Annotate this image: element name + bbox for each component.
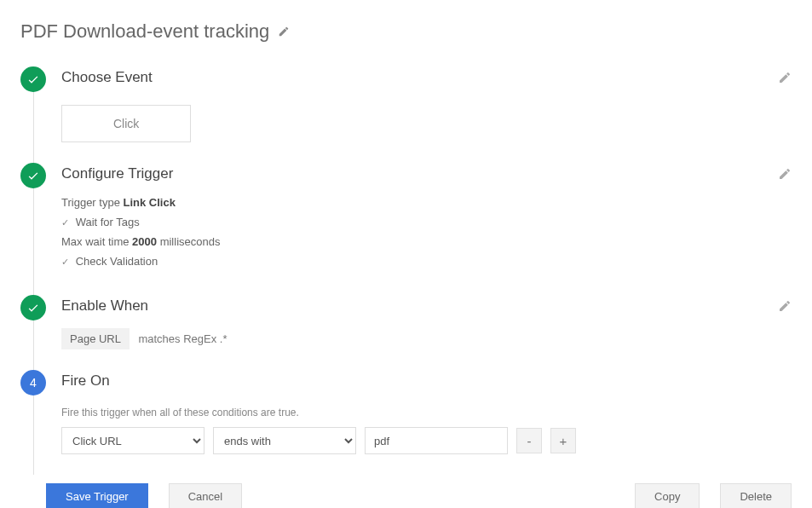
step-title-choose-event: Choose Event bbox=[61, 69, 153, 86]
step-badge-done-icon bbox=[20, 66, 46, 92]
edit-title-icon[interactable] bbox=[278, 26, 290, 38]
step-badge-done-icon bbox=[20, 295, 46, 320]
wait-for-tags-line: ✓ Wait for Tags bbox=[61, 216, 792, 228]
condition-variable-select[interactable]: Click URL bbox=[61, 427, 204, 454]
page-title: PDF Download-event tracking bbox=[20, 20, 269, 43]
enable-when-text: matches RegEx .* bbox=[138, 332, 227, 345]
title-row: PDF Download-event tracking bbox=[20, 20, 792, 43]
condition-value-input[interactable] bbox=[365, 427, 508, 454]
enable-when-chip: Page URL bbox=[61, 328, 130, 349]
step-configure-trigger: Configure Trigger Trigger type Link Clic… bbox=[20, 163, 792, 295]
trigger-type-value: Link Click bbox=[124, 196, 176, 209]
add-condition-button[interactable]: + bbox=[550, 428, 576, 453]
max-wait-value: 2000 bbox=[132, 235, 157, 248]
step-badge-done-icon bbox=[20, 163, 46, 188]
step-title-fire-on: Fire On bbox=[61, 372, 110, 390]
fire-on-hint: Fire this trigger when all of these cond… bbox=[61, 407, 792, 419]
save-trigger-button[interactable]: Save Trigger bbox=[46, 483, 148, 508]
edit-choose-event-icon[interactable] bbox=[778, 71, 792, 84]
max-wait-suffix: milliseconds bbox=[160, 235, 221, 248]
check-icon bbox=[26, 301, 40, 315]
cancel-button[interactable]: Cancel bbox=[169, 483, 242, 508]
remove-condition-button[interactable]: - bbox=[516, 428, 542, 453]
max-wait-prefix: Max wait time bbox=[61, 235, 129, 248]
condition-operator-select[interactable]: ends with bbox=[213, 427, 356, 454]
footer: Save Trigger Cancel Copy Delete bbox=[20, 483, 792, 508]
max-wait-line: Max wait time 2000 milliseconds bbox=[61, 235, 792, 248]
condition-row: Click URL ends with - + bbox=[61, 427, 792, 454]
check-validation-label: Check Validation bbox=[76, 255, 158, 268]
step-fire-on: 4 Fire On Fire this trigger when all of … bbox=[20, 370, 792, 475]
check-icon bbox=[26, 72, 40, 86]
edit-configure-trigger-icon[interactable] bbox=[778, 167, 792, 181]
step-badge-current: 4 bbox=[20, 370, 46, 395]
check-icon bbox=[26, 169, 40, 182]
delete-button[interactable]: Delete bbox=[720, 483, 792, 508]
mini-check-icon: ✓ bbox=[61, 217, 69, 228]
check-validation-line: ✓ Check Validation bbox=[61, 255, 792, 268]
step-number: 4 bbox=[30, 376, 37, 390]
steps-container: Choose Event Click Configure Trigger Tri… bbox=[20, 66, 792, 475]
step-title-configure-trigger: Configure Trigger bbox=[61, 165, 173, 182]
copy-button[interactable]: Copy bbox=[635, 483, 700, 508]
step-choose-event: Choose Event Click bbox=[20, 66, 792, 163]
mini-check-icon: ✓ bbox=[61, 257, 69, 267]
step-enable-when: Enable When Page URL matches RegEx .* bbox=[20, 295, 792, 370]
trigger-type-label: Trigger type bbox=[61, 196, 120, 209]
event-type-button[interactable]: Click bbox=[61, 105, 191, 142]
step-title-enable-when: Enable When bbox=[61, 297, 148, 315]
wait-for-tags-label: Wait for Tags bbox=[76, 216, 140, 228]
trigger-type-line: Trigger type Link Click bbox=[61, 196, 792, 209]
edit-enable-when-icon[interactable] bbox=[778, 299, 792, 313]
